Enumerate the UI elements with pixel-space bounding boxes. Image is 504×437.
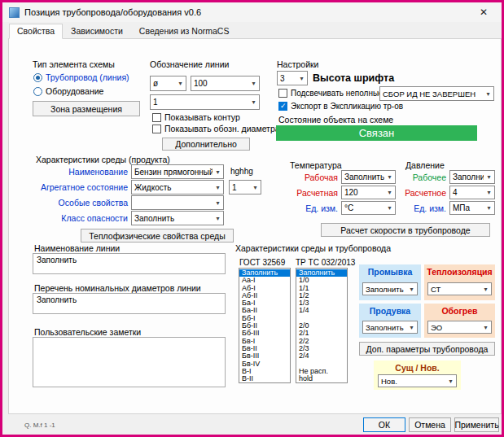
special-props-label: Особые свойства — [24, 198, 128, 208]
radio-equipment-label: Оборудование — [46, 86, 103, 96]
medium-group-label: Характеристики среды (продукта) — [36, 155, 170, 164]
pressure-unit-select[interactable]: МПа▾ — [449, 201, 495, 215]
chevron-down-icon: ▾ — [213, 215, 223, 222]
tab-dependencies[interactable]: Зависимости — [63, 24, 131, 39]
insulation-label: Теплоизоляция — [424, 264, 495, 277]
gost-label: ГОСТ 32569 — [239, 258, 285, 267]
trts-label: ТР ТС 032/2013 — [296, 258, 355, 267]
velocity-calc-button[interactable]: Расчет скорости в трубопроводе — [321, 223, 490, 237]
close-icon[interactable]: ✕ — [472, 7, 495, 18]
chevron-down-icon: ▾ — [175, 80, 186, 87]
line-designation-group-label: Обозначение линии — [150, 59, 229, 69]
apply-button[interactable]: Применить — [454, 417, 499, 432]
chevron-down-icon: ▾ — [484, 189, 494, 196]
window-title: Позиция трубопровода/оборудования v0.6 — [24, 7, 201, 17]
chevron-down-icon: ▾ — [480, 324, 491, 331]
medium-name-label: Наименование — [24, 167, 128, 177]
temp-unit-label: Ед. изм. — [289, 203, 338, 213]
medium-name-note: hghhg — [230, 167, 253, 176]
pressure-design-label: Расчетное — [397, 188, 446, 198]
settings-group-label: Настройки — [277, 59, 319, 69]
radio-pipeline[interactable]: Трубопровод (линия) — [33, 72, 129, 82]
flushing-select[interactable]: Заполнить▾ — [362, 282, 418, 295]
heating-panel: Обогрев ЭО▾ — [424, 304, 495, 338]
chevron-down-icon: ▾ — [445, 378, 456, 385]
flushing-panel: Промывка Заполнить▾ — [359, 264, 421, 300]
show-diameter-checkbox[interactable]: Показывать обозн. диаметра — [152, 124, 280, 133]
diameters-list-input[interactable]: Заполнить — [33, 293, 226, 314]
tab-normacs[interactable]: Сведения из NormaCS — [131, 24, 238, 39]
checkbox-checked-icon — [278, 102, 287, 111]
app-icon — [9, 7, 20, 18]
pipeline-group-label: Характеристики среды и трубопровода — [235, 243, 391, 253]
purge-select[interactable]: Заполнить▾ — [362, 321, 418, 334]
chevron-down-icon: ▾ — [406, 324, 417, 331]
hazard-class-select[interactable]: Заполнить▾ — [131, 211, 224, 225]
chevron-down-icon: ▾ — [406, 286, 417, 293]
checkbox-icon — [278, 89, 287, 98]
temp-unit-select[interactable]: °C▾ — [341, 201, 396, 215]
chevron-down-icon: ▾ — [248, 98, 259, 106]
special-props-select[interactable]: ▾ — [131, 195, 224, 210]
checkbox-icon — [152, 113, 161, 122]
title-bar: Позиция трубопровода/оборудования v0.6 ✕ — [2, 2, 502, 22]
font-height-select[interactable]: 3▾ — [277, 71, 308, 85]
radio-equipment[interactable]: Оборудование — [33, 86, 103, 96]
line-number-select[interactable]: 1▾ — [150, 94, 260, 110]
medium-name-select[interactable]: Бензин прямогонный▾ — [131, 164, 224, 179]
temp-design-select[interactable]: 120▾ — [341, 186, 396, 199]
diameters-list-label: Перечень номинальных диаметров линии — [34, 283, 201, 293]
chevron-down-icon: ▾ — [480, 286, 491, 293]
tab-properties[interactable]: Свойства — [9, 24, 63, 39]
radio-pipeline-label: Трубопровод (линия) — [46, 72, 129, 82]
radio-unselected-icon — [33, 87, 42, 96]
trts-listbox[interactable]: Заполнить1/01/11/21/31/4 2/02/12/22/32/4… — [296, 268, 348, 383]
checkbox-icon — [152, 125, 161, 133]
id-status-select[interactable]: СБОР ИД НЕ ЗАВЕРШЕН▾ — [379, 86, 494, 101]
pressure-group-label: Давление — [405, 160, 445, 170]
list-item[interactable]: hold — [296, 375, 347, 382]
insulation-panel: Теплоизоляция СТ▾ — [424, 264, 495, 300]
chevron-down-icon: ▾ — [484, 204, 494, 212]
pressure-working-select[interactable]: Заполнить▾ — [449, 170, 495, 184]
element-type-group-label: Тип элемента схемы — [33, 59, 115, 69]
aggregate-extra-select[interactable]: 1▾ — [229, 180, 261, 194]
tab-strip: Свойства Зависимости Сведения из NormaCS — [9, 24, 237, 39]
existing-new-select[interactable]: Нов.▾ — [378, 374, 457, 387]
radio-selected-icon — [33, 73, 42, 82]
aggregate-state-select[interactable]: Жидкость▾ — [131, 180, 224, 194]
diameter-value-select[interactable]: 100▾ — [191, 76, 260, 91]
chevron-down-icon: ▾ — [250, 184, 261, 191]
chevron-down-icon: ▾ — [384, 189, 395, 196]
ok-button[interactable]: ОК — [363, 417, 405, 432]
temp-working-select[interactable]: Заполнить▾ — [341, 170, 396, 184]
diameter-symbol-select[interactable]: ø▾ — [150, 76, 186, 91]
gost-listbox[interactable]: ЗаполнитьАа-IАб-IАб-IIБа-IБа-IIБб-IБб-II… — [239, 268, 291, 383]
dialog-window: Позиция трубопровода/оборудования v0.6 ✕… — [0, 0, 504, 437]
pressure-design-select[interactable]: 4▾ — [449, 186, 495, 199]
chevron-down-icon: ▾ — [483, 90, 493, 98]
temp-working-label: Рабочая — [289, 173, 338, 182]
user-notes-input[interactable] — [33, 337, 226, 387]
heating-label: Обогрев — [424, 304, 495, 316]
export-explication-checkbox[interactable]: Экспорт в Экспликацию тр-ов — [278, 102, 403, 111]
list-item[interactable]: 2/4 — [296, 352, 347, 360]
line-name-input[interactable]: Заполнить — [33, 253, 226, 274]
temp-design-label: Расчетная — [289, 188, 338, 198]
show-diameter-label: Показывать обозн. диаметра — [164, 124, 280, 133]
more-button[interactable]: Дополнительно — [162, 138, 250, 151]
existing-new-label: Сущ / Нов. — [374, 361, 461, 373]
show-contour-checkbox[interactable]: Показывать контур — [152, 112, 240, 122]
cancel-button[interactable]: Отмена — [409, 417, 451, 432]
flushing-label: Промывка — [359, 264, 421, 277]
zone-button[interactable]: Зона размещения — [33, 101, 140, 116]
properties-page: Тип элемента схемы Трубопровод (линия) О… — [8, 38, 502, 414]
chevron-down-icon: ▾ — [213, 184, 223, 191]
insulation-select[interactable]: СТ▾ — [427, 282, 492, 295]
extra-params-button[interactable]: Доп. параметры трубопровода — [359, 342, 495, 356]
list-item[interactable]: 1/4 — [296, 307, 347, 314]
heating-select[interactable]: ЭО▾ — [427, 321, 492, 334]
thermo-props-button[interactable]: Теплофизические свойства среды — [81, 229, 234, 243]
font-height-label: Высота шрифта — [313, 72, 394, 84]
list-item[interactable]: В-II — [239, 375, 290, 382]
